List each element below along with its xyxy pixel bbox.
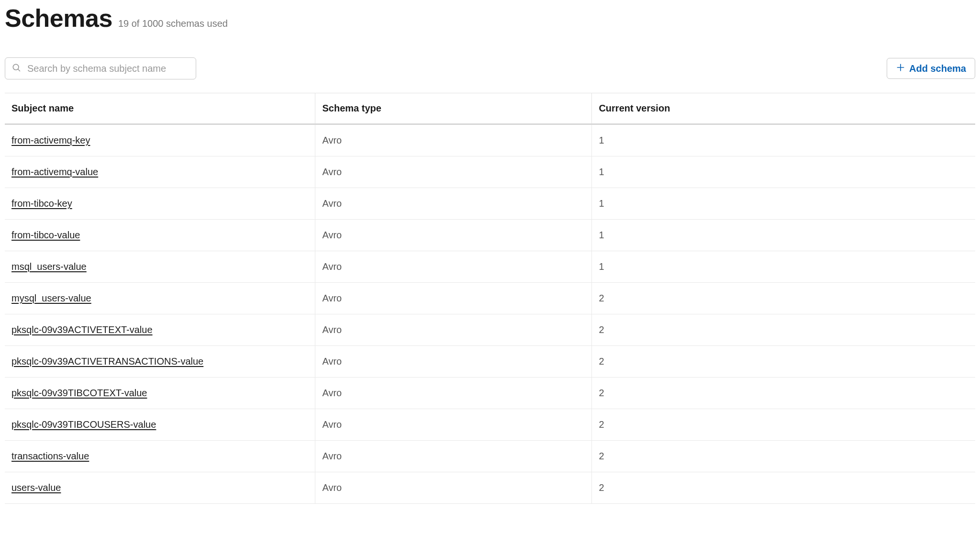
subject-link[interactable]: from-tibco-key — [11, 198, 72, 209]
table-row: users-valueAvro2 — [5, 472, 975, 504]
subject-link[interactable]: from-activemq-key — [11, 135, 90, 145]
subject-link[interactable]: msql_users-value — [11, 261, 87, 272]
page-subtitle: 19 of 1000 schemas used — [118, 18, 228, 29]
cell-subject: msql_users-value — [5, 251, 315, 283]
cell-subject: from-tibco-key — [5, 188, 315, 220]
cell-subject: mysql_users-value — [5, 283, 315, 314]
cell-type: Avro — [315, 156, 592, 188]
subject-link[interactable]: pksqlc-09v39TIBCOUSERS-value — [11, 419, 156, 430]
cell-version: 2 — [592, 472, 975, 504]
subject-link[interactable]: transactions-value — [11, 451, 89, 461]
cell-version: 1 — [592, 156, 975, 188]
search-input[interactable] — [5, 57, 196, 79]
cell-version: 2 — [592, 283, 975, 314]
subject-link[interactable]: mysql_users-value — [11, 293, 91, 303]
page-header: Schemas 19 of 1000 schemas used — [5, 4, 975, 33]
column-header-subject[interactable]: Subject name — [5, 93, 315, 124]
table-row: pksqlc-09v39ACTIVETEXT-valueAvro2 — [5, 314, 975, 346]
table-row: pksqlc-09v39ACTIVETRANSACTIONS-valueAvro… — [5, 346, 975, 378]
table-row: from-activemq-valueAvro1 — [5, 156, 975, 188]
table-row: pksqlc-09v39TIBCOUSERS-valueAvro2 — [5, 409, 975, 441]
column-header-type[interactable]: Schema type — [315, 93, 592, 124]
cell-type: Avro — [315, 314, 592, 346]
cell-version: 1 — [592, 251, 975, 283]
plus-icon — [896, 63, 905, 75]
cell-version: 2 — [592, 409, 975, 441]
cell-type: Avro — [315, 346, 592, 378]
cell-type: Avro — [315, 251, 592, 283]
cell-type: Avro — [315, 409, 592, 441]
cell-subject: pksqlc-09v39TIBCOTEXT-value — [5, 378, 315, 409]
cell-subject: users-value — [5, 472, 315, 504]
subject-link[interactable]: from-tibco-value — [11, 230, 80, 240]
subject-link[interactable]: from-activemq-value — [11, 167, 98, 177]
cell-type: Avro — [315, 472, 592, 504]
cell-version: 2 — [592, 314, 975, 346]
cell-subject: pksqlc-09v39ACTIVETRANSACTIONS-value — [5, 346, 315, 378]
cell-version: 2 — [592, 346, 975, 378]
table-row: from-tibco-keyAvro1 — [5, 188, 975, 220]
toolbar: Add schema — [5, 57, 975, 79]
cell-version: 2 — [592, 378, 975, 409]
cell-type: Avro — [315, 124, 592, 156]
cell-subject: from-activemq-key — [5, 124, 315, 156]
page-title: Schemas — [5, 4, 112, 33]
cell-subject: from-tibco-value — [5, 220, 315, 251]
cell-type: Avro — [315, 378, 592, 409]
cell-version: 1 — [592, 188, 975, 220]
subject-link[interactable]: pksqlc-09v39TIBCOTEXT-value — [11, 388, 147, 398]
column-header-version[interactable]: Current version — [592, 93, 975, 124]
cell-subject: from-activemq-value — [5, 156, 315, 188]
add-schema-label: Add schema — [909, 63, 966, 74]
table-row: msql_users-valueAvro1 — [5, 251, 975, 283]
cell-subject: pksqlc-09v39TIBCOUSERS-value — [5, 409, 315, 441]
search-wrap — [5, 57, 196, 79]
table-row: mysql_users-valueAvro2 — [5, 283, 975, 314]
subject-link[interactable]: pksqlc-09v39ACTIVETRANSACTIONS-value — [11, 356, 203, 367]
table-row: from-activemq-keyAvro1 — [5, 124, 975, 156]
subject-link[interactable]: pksqlc-09v39ACTIVETEXT-value — [11, 324, 153, 335]
cell-type: Avro — [315, 441, 592, 472]
table-row: transactions-valueAvro2 — [5, 441, 975, 472]
schemas-table: Subject name Schema type Current version… — [5, 93, 975, 504]
cell-type: Avro — [315, 220, 592, 251]
subject-link[interactable]: users-value — [11, 482, 61, 493]
add-schema-button[interactable]: Add schema — [887, 58, 975, 79]
table-row: from-tibco-valueAvro1 — [5, 220, 975, 251]
cell-type: Avro — [315, 188, 592, 220]
cell-type: Avro — [315, 283, 592, 314]
table-row: pksqlc-09v39TIBCOTEXT-valueAvro2 — [5, 378, 975, 409]
cell-version: 2 — [592, 441, 975, 472]
cell-version: 1 — [592, 124, 975, 156]
cell-subject: pksqlc-09v39ACTIVETEXT-value — [5, 314, 315, 346]
cell-subject: transactions-value — [5, 441, 315, 472]
cell-version: 1 — [592, 220, 975, 251]
